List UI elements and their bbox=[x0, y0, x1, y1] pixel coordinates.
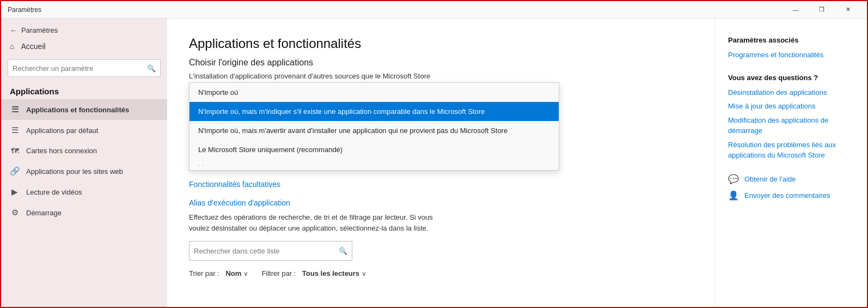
cartes-icon: 🗺 bbox=[10, 146, 20, 155]
window-title: Paramètres bbox=[8, 6, 41, 14]
dropdown-option-nimporte-ou[interactable]: N'importe où bbox=[190, 83, 559, 102]
sidebar-item-label: Applications et fonctionnalités bbox=[26, 106, 129, 114]
sidebar-item-label: Cartes hors connexion bbox=[26, 147, 97, 155]
sidebar-item-demarrage[interactable]: ⚙ Démarrage bbox=[1, 202, 167, 223]
sort-filter-row: Trier par : Nom ∨ Filtrer par : Tous les… bbox=[189, 269, 693, 277]
close-button[interactable]: ✕ bbox=[835, 1, 860, 19]
sidebar-item-label: Applications pour les sites web bbox=[26, 167, 123, 176]
truncated-description: L'installation d'applications provenant … bbox=[189, 72, 516, 80]
search-list-box[interactable]: 🔍 bbox=[189, 241, 352, 261]
associated-params-heading: Paramètres associés bbox=[728, 36, 854, 44]
main-panel: Applications et fonctionnalités Choisir … bbox=[167, 19, 714, 307]
window: Paramètres — ❐ ✕ ← Paramètres ⌂ Accueil … bbox=[1, 1, 867, 307]
sidebar-search-box[interactable]: 🔍 bbox=[8, 59, 161, 77]
sidebar-item-label: Lecture de vidéos bbox=[26, 188, 82, 196]
apps-fonctionnalites-icon: ☰ bbox=[10, 105, 20, 114]
obtenir-aide-item[interactable]: 💬 Obtenir de l'aide bbox=[728, 174, 854, 185]
minimize-button[interactable]: — bbox=[783, 1, 808, 19]
sidebar-search-input[interactable] bbox=[13, 64, 147, 73]
desinstallation-link[interactable]: Désinstallation des applications bbox=[728, 87, 854, 98]
dropdown-option-store-uniquement[interactable]: Le Microsoft Store uniquement (recommand… bbox=[190, 140, 559, 159]
sidebar: ← Paramètres ⌂ Accueil 🔍 Applications ☰ … bbox=[1, 19, 167, 307]
questions-section: Vous avez des questions ? Désinstallatio… bbox=[728, 74, 854, 161]
home-icon: ⌂ bbox=[10, 42, 14, 51]
alias-section: Alias d'exécution d'application bbox=[189, 198, 693, 208]
sort-value: Nom bbox=[225, 269, 241, 277]
dropdown-option-nimporte-ou-avertir[interactable]: N'importe où, mais m'avertir avant d'ins… bbox=[190, 121, 559, 140]
sidebar-section-title: Applications bbox=[1, 81, 167, 99]
sidebar-item-apps-fonctionnalites[interactable]: ☰ Applications et fonctionnalités bbox=[1, 99, 167, 120]
content-area: ← Paramètres ⌂ Accueil 🔍 Applications ☰ … bbox=[1, 19, 867, 307]
envoyer-commentaires-link[interactable]: Envoyer des commentaires bbox=[744, 190, 830, 201]
dropdown-option-nimporte-ou-indiquer[interactable]: N'importe où, mais m'indiquer s'il exist… bbox=[190, 102, 559, 121]
description-text: Effectuez des opérations de recherche, d… bbox=[189, 212, 439, 233]
filter-value: Tous les lecteurs bbox=[302, 269, 359, 277]
commentaires-icon: 👤 bbox=[728, 190, 739, 201]
sites-web-icon: 🔗 bbox=[10, 166, 20, 176]
optional-features-section: Fonctionnalités facultatives bbox=[189, 179, 693, 189]
programmes-link[interactable]: Programmes et fonctionnalités bbox=[728, 50, 854, 61]
sidebar-item-accueil[interactable]: ⌂ Accueil bbox=[1, 38, 167, 55]
sidebar-item-sites-web[interactable]: 🔗 Applications pour les sites web bbox=[1, 161, 167, 182]
page-title: Applications et fonctionnalités bbox=[189, 36, 693, 51]
filter-by[interactable]: Filtrer par : Tous les lecteurs ∨ bbox=[261, 269, 366, 277]
obtenir-aide-link[interactable]: Obtenir de l'aide bbox=[744, 174, 796, 185]
sidebar-item-cartes[interactable]: 🗺 Cartes hors connexion bbox=[1, 141, 167, 161]
envoyer-commentaires-item[interactable]: 👤 Envoyer des commentaires bbox=[728, 190, 854, 201]
right-panel: Paramètres associés Programmes et foncti… bbox=[714, 19, 867, 307]
questions-heading: Vous avez des questions ? bbox=[728, 74, 854, 82]
associated-params-section: Paramètres associés Programmes et foncti… bbox=[728, 36, 854, 61]
home-label: Accueil bbox=[21, 42, 45, 51]
demarrage-icon: ⚙ bbox=[10, 208, 20, 218]
sidebar-item-lecture-videos[interactable]: ▶ Lecture de vidéos bbox=[1, 182, 167, 202]
dropdown-menu: N'importe où N'importe où, mais m'indiqu… bbox=[189, 82, 559, 171]
search-list-input[interactable] bbox=[194, 247, 339, 255]
sidebar-item-apps-defaut[interactable]: ☰ Applications par défaut bbox=[1, 120, 167, 141]
optional-features-link[interactable]: Fonctionnalités facultatives bbox=[189, 180, 280, 189]
resolution-link[interactable]: Résolution des problèmes liés aux applic… bbox=[728, 140, 854, 161]
back-icon: ← bbox=[10, 26, 17, 34]
alias-link[interactable]: Alias d'exécution d'application bbox=[189, 198, 290, 207]
sort-chevron-icon: ∨ bbox=[243, 270, 248, 277]
sidebar-item-label: Applications par défaut bbox=[26, 126, 98, 135]
title-bar-left: Paramètres bbox=[8, 6, 783, 14]
modification-link[interactable]: Modification des applications de démarra… bbox=[728, 115, 854, 136]
sidebar-item-label: Démarrage bbox=[26, 209, 62, 217]
title-bar-controls: — ❐ ✕ bbox=[783, 1, 860, 19]
search-list-icon: 🔍 bbox=[339, 247, 347, 255]
lecture-videos-icon: ▶ bbox=[10, 187, 20, 197]
apps-defaut-icon: ☰ bbox=[10, 125, 20, 135]
title-bar: Paramètres — ❐ ✕ bbox=[1, 1, 867, 19]
help-icon: 💬 bbox=[728, 174, 739, 185]
restore-button[interactable]: ❐ bbox=[809, 1, 834, 19]
maj-link[interactable]: Mise à jour des applications bbox=[728, 101, 854, 112]
help-section: 💬 Obtenir de l'aide 👤 Envoyer des commen… bbox=[728, 174, 854, 201]
settings-title: Paramètres bbox=[21, 26, 58, 34]
origin-dropdown[interactable]: N'importe où N'importe où, mais m'indiqu… bbox=[189, 82, 559, 171]
filter-chevron-icon: ∨ bbox=[362, 270, 366, 277]
sort-by[interactable]: Trier par : Nom ∨ bbox=[189, 269, 248, 277]
sort-label: Trier par : bbox=[189, 269, 219, 277]
search-icon: 🔍 bbox=[147, 64, 156, 73]
filter-label: Filtrer par : bbox=[261, 269, 296, 277]
choose-origin-title: Choisir l'origine des applications bbox=[189, 58, 693, 68]
back-button[interactable]: ← Paramètres bbox=[1, 23, 167, 38]
